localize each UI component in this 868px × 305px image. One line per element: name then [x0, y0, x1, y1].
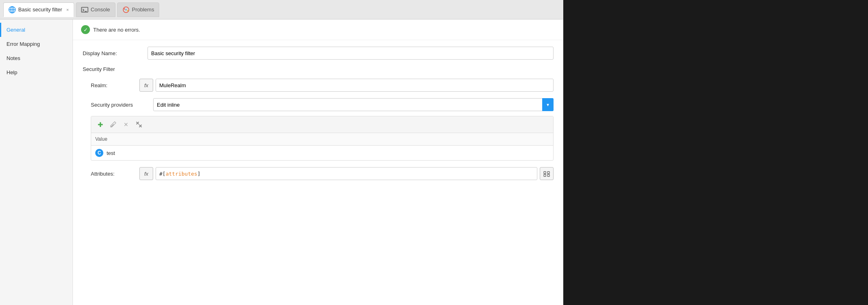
sidebar-item-general[interactable]: General: [0, 23, 73, 37]
realm-label: Realm:: [91, 82, 139, 88]
sidebar-item-help[interactable]: Help: [0, 65, 73, 79]
realm-input[interactable]: [156, 79, 554, 92]
main-panel: ✓ There are no errors. Display Name: Sec…: [73, 19, 563, 305]
map-button[interactable]: [540, 167, 554, 180]
attrs-prefix: #[: [159, 171, 166, 177]
tab-close-button[interactable]: ×: [66, 7, 68, 12]
attributes-row: Attributes: fx #[ attributes ]: [83, 167, 554, 180]
display-name-input[interactable]: [148, 47, 554, 60]
svg-point-7: [124, 8, 125, 9]
attributes-label: Attributes:: [91, 171, 139, 177]
add-button[interactable]: ✚: [95, 120, 105, 129]
providers-select-wrapper: Edit inline: [153, 98, 554, 111]
content-area: General Error Mapping Notes Help ✓ There…: [0, 19, 563, 305]
realm-row: Realm: fx: [83, 79, 554, 92]
display-name-label: Display Name:: [83, 50, 148, 56]
providers-select[interactable]: Edit inline: [153, 98, 554, 111]
svg-point-8: [125, 9, 126, 10]
settings-button[interactable]: [134, 120, 144, 129]
problems-tab-label: Problems: [132, 6, 154, 13]
svg-rect-13: [547, 172, 549, 174]
console-tab-label: Console: [91, 6, 110, 13]
wrench-cross-icon: [135, 121, 143, 128]
table-row[interactable]: C test: [91, 146, 553, 160]
section-title: Security Filter: [83, 66, 554, 72]
sidebar-item-notes[interactable]: Notes: [0, 51, 73, 65]
attrs-suffix: ]: [197, 171, 201, 177]
tab-basic-security-filter[interactable]: Basic security filter ×: [3, 2, 74, 17]
map-icon: [543, 170, 550, 177]
tab-label: Basic security filter: [18, 6, 62, 13]
svg-rect-14: [544, 174, 546, 176]
attrs-fx-button[interactable]: fx: [139, 167, 153, 180]
display-name-row: Display Name:: [83, 47, 554, 60]
table-header: Value: [91, 133, 553, 146]
delete-button[interactable]: ✕: [121, 120, 131, 129]
banner-text: There are no errors.: [93, 27, 140, 33]
svg-rect-15: [547, 174, 549, 176]
attrs-input-wrapper: #[ attributes ]: [156, 167, 537, 180]
provider-name: test: [107, 150, 115, 156]
edit-icon: [109, 121, 117, 128]
tab-console[interactable]: Console: [76, 2, 115, 17]
sidebar: General Error Mapping Notes Help: [0, 19, 73, 305]
form-content: Display Name: Security Filter Realm: fx …: [73, 40, 563, 187]
console-icon: [81, 6, 88, 13]
attrs-keyword: attributes: [166, 171, 197, 177]
success-icon: ✓: [81, 25, 90, 34]
attrs-display: #[ attributes ]: [156, 171, 537, 177]
provider-icon: C: [95, 149, 103, 157]
problems-icon: [122, 6, 130, 13]
error-banner: ✓ There are no errors.: [73, 19, 563, 40]
svg-rect-12: [544, 172, 546, 174]
realm-fx-button[interactable]: fx: [139, 79, 153, 92]
providers-row: Security providers Edit inline: [83, 98, 554, 111]
table-toolbar: ✚ ✕: [91, 116, 553, 133]
sidebar-item-error-mapping[interactable]: Error Mapping: [0, 37, 73, 51]
globe-icon: [9, 6, 16, 13]
providers-label: Security providers: [91, 102, 153, 108]
security-providers-table: ✚ ✕: [91, 116, 554, 161]
tab-bar: Basic security filter × Console Problems: [0, 0, 563, 19]
edit-button[interactable]: [108, 120, 118, 129]
tab-problems[interactable]: Problems: [117, 2, 160, 17]
svg-point-9: [127, 10, 128, 11]
